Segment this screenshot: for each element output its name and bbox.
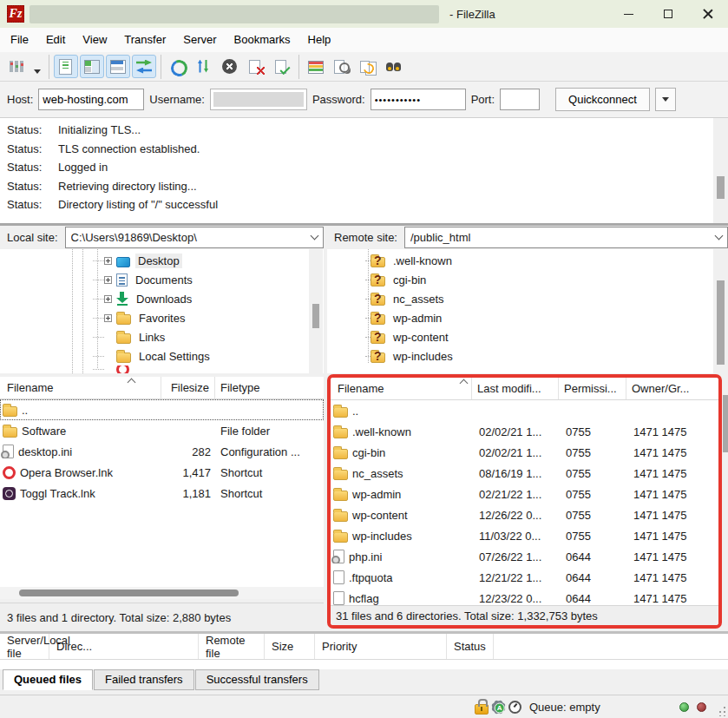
file-icon <box>333 511 348 522</box>
column-last-modified[interactable]: Last modifi... <box>472 378 559 399</box>
tree-item-documents[interactable]: Documents <box>93 270 324 289</box>
menu-server[interactable]: Server <box>174 28 225 52</box>
tree-item-downloads[interactable]: Downloads <box>93 289 324 308</box>
local-list-hscrollbar[interactable] <box>0 587 324 599</box>
file-row[interactable]: Opera Browser.lnk1,417Shortcut <box>0 462 324 483</box>
file-row[interactable]: .well-known02/02/21 1...07551471 1475 <box>331 421 718 442</box>
expand-icon[interactable] <box>104 276 112 284</box>
resize-grip[interactable] <box>716 706 726 716</box>
host-input[interactable] <box>38 89 144 110</box>
queue-column[interactable]: Status <box>447 634 494 659</box>
menu-bookmarks[interactable]: Bookmarks <box>226 28 299 52</box>
file-row[interactable]: .. <box>331 400 718 421</box>
column-filename[interactable]: Filename <box>331 378 472 399</box>
rtree-item-cgi-bin[interactable]: cgi-bin <box>365 270 728 289</box>
column-owner-group[interactable]: Owner/Gr... <box>626 378 718 399</box>
synchronized-browsing-button[interactable] <box>356 55 380 78</box>
reconnect-button[interactable] <box>270 55 294 78</box>
column-permissions[interactable]: Permissi... <box>559 378 626 399</box>
expand-icon[interactable] <box>104 295 112 303</box>
tree-item-local-settings[interactable]: Local Settings <box>93 346 324 366</box>
local-tree-scrollbar-thumb[interactable] <box>312 304 319 328</box>
site-manager-dropdown[interactable] <box>30 55 44 78</box>
file-row[interactable]: Toggl Track.lnk1,181Shortcut <box>0 483 324 504</box>
password-input[interactable] <box>371 89 466 110</box>
file-row[interactable]: nc_assets08/16/19 1...07551471 1475 <box>331 463 718 484</box>
menu-view[interactable]: View <box>74 28 115 52</box>
toolbar-icon <box>83 59 101 75</box>
queue-column[interactable]: Server/Local file <box>0 634 49 659</box>
expand-icon[interactable] <box>104 314 112 322</box>
remote-tree-scrollbar-thumb[interactable] <box>717 280 725 365</box>
expand-icon[interactable] <box>104 257 112 265</box>
compare-directories-button[interactable] <box>330 55 354 78</box>
maximize-button[interactable] <box>648 0 688 28</box>
filter-button[interactable] <box>304 55 328 78</box>
queue-column[interactable]: Size <box>265 634 315 659</box>
tree-item-clipped[interactable] <box>93 366 324 373</box>
disconnect-button[interactable] <box>244 55 268 78</box>
toolbar-icon <box>273 59 291 75</box>
local-site-combo[interactable]: C:\Users\91869\Desktop\ <box>65 227 324 248</box>
rtree-item-wp-admin[interactable]: wp-admin <box>365 308 728 327</box>
rtree-item-nc-assets[interactable]: nc_assets <box>365 289 728 308</box>
toggle-remote-tree-button[interactable] <box>106 55 130 78</box>
tab-queued-files[interactable]: Queued files <box>3 669 93 690</box>
file-row[interactable]: .ftpquota12/21/22 1...06441471 1475 <box>331 567 718 588</box>
local-tree-scrollbar[interactable] <box>309 249 323 373</box>
process-queue-button[interactable] <box>192 55 216 78</box>
log-status-label: Status: <box>0 140 58 159</box>
maximize-icon <box>664 10 672 18</box>
tree-item-label: wp-content <box>390 330 451 345</box>
cancel-operation-button[interactable] <box>218 55 242 78</box>
remote-tree-scrollbar[interactable] <box>713 249 728 373</box>
log-scrollbar[interactable] <box>713 118 728 223</box>
toggle-local-tree-button[interactable] <box>80 55 104 78</box>
file-row[interactable]: php.ini07/26/22 1...06441471 1475 <box>331 546 718 567</box>
rtree-item-wp-includes[interactable]: wp-includes <box>365 346 728 366</box>
queue-column[interactable]: Remote file <box>199 634 265 659</box>
username-input[interactable] <box>210 89 307 110</box>
menu-help[interactable]: Help <box>299 28 340 52</box>
menu-file[interactable]: File <box>2 28 37 52</box>
minimize-button[interactable] <box>608 0 648 28</box>
file-row[interactable]: hcflag12/23/22 0...06441471 1475 <box>331 588 718 605</box>
menu-edit[interactable]: Edit <box>37 28 74 52</box>
column-filetype[interactable]: Filetype <box>215 377 324 399</box>
column-filesize[interactable]: Filesize <box>161 377 215 399</box>
remote-list-scrollbar-thumb[interactable] <box>723 395 728 452</box>
tree-item-links[interactable]: Links <box>93 327 324 346</box>
file-row[interactable]: wp-content12/26/22 0...07551471 1475 <box>331 504 718 525</box>
file-row[interactable]: desktop.ini282Configuration ... <box>0 441 324 462</box>
find-files-button[interactable] <box>382 55 406 78</box>
file-row[interactable]: cgi-bin02/02/21 1...07551471 1475 <box>331 442 718 463</box>
queue-column[interactable]: Priority <box>315 634 447 659</box>
file-row[interactable]: wp-includes11/03/22 0...07551471 1475 <box>331 525 718 546</box>
toggle-transfer-queue-button[interactable] <box>132 55 156 78</box>
tab-failed-transfers[interactable]: Failed transfers <box>94 669 194 690</box>
remote-site-combo[interactable]: /public_html <box>404 227 728 248</box>
tab-successful-transfers[interactable]: Successful transfers <box>195 669 319 690</box>
remote-list-scrollbar[interactable] <box>723 377 728 629</box>
tree-item-favorites[interactable]: Favorites <box>93 308 324 327</box>
port-input[interactable] <box>500 89 540 110</box>
menu-transfer[interactable]: Transfer <box>115 28 174 52</box>
log-scrollbar-thumb[interactable] <box>717 176 725 199</box>
local-list-hscrollbar-thumb[interactable] <box>19 590 239 596</box>
file-row[interactable]: .. <box>0 399 324 420</box>
tree-item-desktop[interactable]: Desktop <box>93 251 324 270</box>
file-row[interactable]: SoftwareFile folder <box>0 420 324 441</box>
rtree-item-well-known[interactable]: .well-known <box>365 251 728 270</box>
column-filename[interactable]: Filename <box>0 377 161 399</box>
close-button[interactable] <box>688 0 728 28</box>
filezilla-window: Fz - FileZilla FileEditViewTransferServe… <box>0 0 728 718</box>
site-manager-button[interactable] <box>4 55 29 78</box>
rtree-item-wp-content[interactable]: wp-content <box>365 327 728 346</box>
quickconnect-button[interactable]: Quickconnect <box>555 88 650 111</box>
refresh-button[interactable] <box>166 55 190 78</box>
queue-column[interactable]: Direc... <box>49 634 199 659</box>
file-row[interactable]: wp-admin02/21/22 1...07551471 1475 <box>331 484 718 504</box>
toggle-message-log-button[interactable] <box>54 55 78 78</box>
quickconnect-dropdown[interactable] <box>655 88 676 111</box>
log-status-label: Status: <box>0 177 58 196</box>
